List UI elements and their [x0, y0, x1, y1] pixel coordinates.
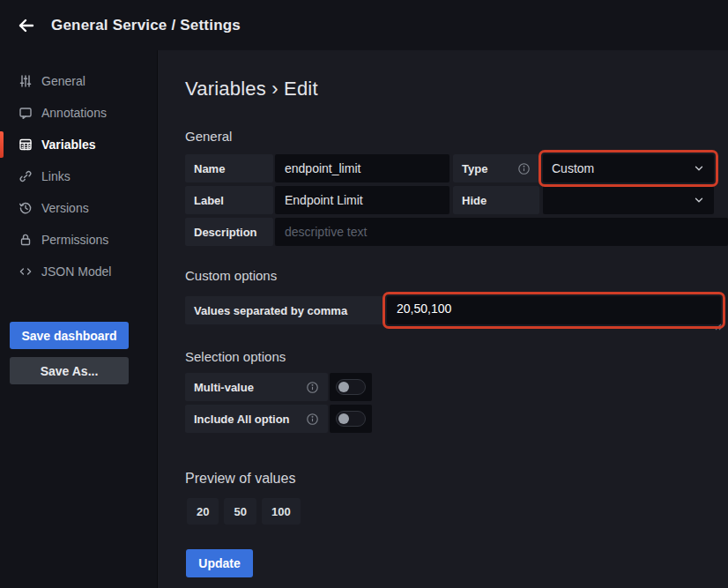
selected-indicator — [0, 131, 4, 158]
sidebar-item-general[interactable]: General — [0, 65, 158, 97]
save-as-button[interactable]: Save As... — [10, 357, 129, 384]
history-icon — [19, 201, 33, 215]
sidebar-item-label: Versions — [41, 201, 89, 215]
preview-value-chip: 20 — [187, 498, 219, 525]
sidebar-item-permissions[interactable]: Permissions — [0, 224, 158, 256]
values-input[interactable]: 20,50,100 — [387, 296, 721, 324]
sidebar-item-label: Variables — [41, 138, 96, 152]
sidebar-item-json-model[interactable]: JSON Model — [0, 256, 158, 287]
custom-options-heading: Custom options — [185, 268, 277, 283]
topbar: General Service / Settings — [0, 0, 728, 50]
sidebar-item-versions[interactable]: Versions — [0, 192, 158, 224]
link-icon — [19, 169, 33, 183]
multi-value-toggle[interactable] — [330, 373, 372, 401]
toggle-knob — [338, 413, 349, 424]
update-button[interactable]: Update — [186, 549, 253, 577]
label-field-label: Label — [185, 186, 273, 214]
sidebar-item-label: Links — [41, 169, 71, 183]
save-dashboard-button[interactable]: Save dashboard — [10, 322, 129, 349]
type-field-label: Type — [453, 154, 539, 182]
hide-field-label: Hide — [453, 186, 539, 214]
comment-icon — [19, 106, 33, 120]
lock-icon — [19, 233, 33, 247]
preview-value-chip: 50 — [224, 498, 256, 525]
sidebar-item-label: Annotations — [41, 106, 107, 120]
code-icon — [19, 264, 33, 279]
general-section-heading: General — [185, 129, 232, 144]
sidebar-item-annotations[interactable]: Annotations — [0, 97, 158, 129]
include-all-label: Include All option — [185, 405, 328, 433]
settings-sidebar: General Annotations Variables Links — [0, 50, 158, 588]
sidebar-item-label: General — [41, 74, 85, 88]
sidebar-item-variables[interactable]: Variables — [0, 129, 158, 160]
type-select[interactable]: Custom — [543, 154, 714, 182]
values-field-label: Values separated by comma — [185, 296, 385, 324]
chevron-down-icon — [693, 162, 705, 175]
description-input[interactable] — [275, 218, 728, 246]
sidebar-item-label: Permissions — [41, 233, 108, 247]
chevron-down-icon — [693, 194, 705, 206]
grafana-dashboard-settings-screen: General Service / Settings General Annot… — [0, 0, 728, 588]
toggle-knob — [338, 382, 349, 392]
back-arrow-icon — [16, 15, 37, 36]
table-icon — [19, 138, 33, 152]
selection-options-heading: Selection options — [185, 349, 286, 364]
info-icon[interactable] — [517, 162, 531, 175]
sliders-icon — [19, 74, 33, 88]
variables-edit-title: Variables › Edit — [185, 78, 318, 100]
label-input[interactable] — [275, 186, 449, 214]
include-all-toggle[interactable] — [330, 405, 372, 433]
name-input[interactable] — [275, 154, 449, 182]
preview-values: 20 50 100 — [187, 498, 301, 525]
preview-value-chip: 100 — [262, 498, 301, 525]
back-button[interactable] — [12, 11, 41, 40]
multi-value-label: Multi-value — [185, 373, 328, 401]
hide-select[interactable] — [543, 186, 714, 214]
info-icon[interactable] — [306, 381, 319, 394]
type-select-value: Custom — [552, 161, 594, 175]
description-field-label: Description — [185, 218, 273, 246]
info-icon[interactable] — [306, 413, 319, 426]
page-title: General Service / Settings — [51, 17, 241, 34]
toggle-track — [336, 411, 366, 427]
sidebar-item-links[interactable]: Links — [0, 160, 158, 192]
toggle-track — [336, 379, 366, 395]
resize-grip-icon[interactable] — [713, 318, 722, 327]
preview-heading: Preview of values — [185, 471, 295, 487]
sidebar-item-label: JSON Model — [41, 264, 111, 279]
name-field-label: Name — [185, 154, 273, 182]
